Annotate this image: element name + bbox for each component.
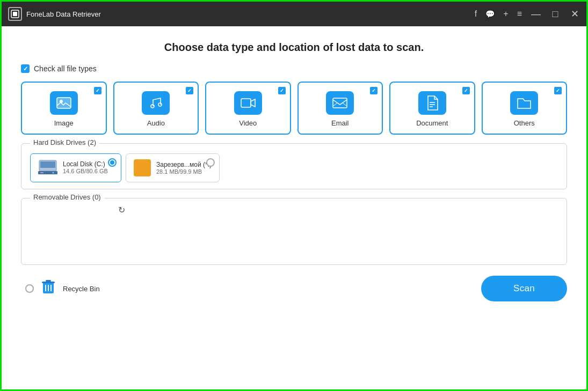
removable-title-row: Removable Drives (0) ↻ — [30, 205, 558, 215]
video-checkbox[interactable] — [278, 87, 286, 94]
svg-point-5 — [151, 105, 154, 108]
drive-reserved-name: Зарезерв...мой (*:) — [156, 161, 212, 168]
check-all-checkbox[interactable] — [21, 64, 30, 73]
video-label: Video — [239, 119, 257, 127]
svg-rect-13 — [40, 161, 55, 168]
svg-rect-2 — [57, 98, 71, 108]
drive-local-c[interactable]: Local Disk (C:) 14.6 GB/80.6 GB — [30, 153, 121, 182]
drive-reserved-radio[interactable] — [206, 158, 215, 167]
drive-local-c-radio[interactable] — [108, 158, 117, 167]
minimize-button[interactable]: — — [531, 9, 541, 20]
drive-local-c-name: Local Disk (C:) — [63, 160, 108, 168]
file-type-audio[interactable]: Audio — [113, 82, 199, 135]
app-title: FoneLab Data Retriever — [26, 10, 101, 18]
audio-label: Audio — [147, 119, 165, 127]
removable-title: Removable Drives (0) — [30, 193, 104, 201]
local-disk-icon — [38, 159, 57, 175]
recycle-bin-icon — [41, 279, 55, 298]
document-checkbox[interactable] — [462, 87, 470, 94]
scan-button[interactable]: Scan — [481, 276, 567, 301]
drive-local-c-size: 14.6 GB/80.6 GB — [63, 168, 108, 174]
others-label: Others — [514, 119, 535, 127]
svg-point-16 — [53, 172, 54, 174]
image-icon — [50, 91, 78, 115]
file-type-video[interactable]: Video — [205, 82, 291, 135]
email-icon — [326, 91, 354, 115]
removable-content — [30, 215, 558, 258]
image-checkbox[interactable] — [94, 87, 101, 94]
title-bar: FoneLab Data Retriever f 💬 + ≡ — □ ✕ — [2, 2, 586, 26]
chat-icon[interactable]: 💬 — [485, 10, 495, 18]
removable-section: Removable Drives (0) ↻ — [21, 198, 567, 265]
file-types-row: Image Audio — [21, 82, 567, 135]
email-label: Email — [331, 119, 349, 127]
others-checkbox[interactable] — [554, 87, 562, 94]
file-type-image[interactable]: Image — [21, 82, 107, 135]
image-label: Image — [54, 119, 74, 127]
bottom-row: Recycle Bin Scan — [21, 276, 567, 301]
recycle-bin-radio[interactable] — [25, 284, 34, 293]
maximize-button[interactable]: □ — [550, 9, 561, 20]
check-all-row: Check all file types — [21, 64, 567, 73]
page-title: Choose data type and location of lost da… — [21, 41, 567, 54]
drive-local-c-info: Local Disk (C:) 14.6 GB/80.6 GB — [63, 160, 108, 174]
facebook-icon[interactable]: f — [475, 9, 477, 19]
reserved-icon — [134, 159, 151, 176]
add-icon[interactable]: + — [503, 9, 508, 19]
svg-rect-19 — [46, 280, 51, 282]
drive-reserved-info: Зарезерв...мой (*:) 28.1 MB/99.9 MB — [156, 161, 212, 175]
svg-rect-15 — [40, 172, 43, 173]
video-icon — [234, 91, 262, 115]
file-type-document[interactable]: Document — [389, 82, 475, 135]
email-checkbox[interactable] — [370, 87, 378, 94]
recycle-bin-section: Recycle Bin — [21, 277, 100, 300]
title-bar-right: f 💬 + ≡ — □ ✕ — [475, 8, 580, 20]
recycle-bin-label: Recycle Bin — [63, 285, 100, 293]
drive-local-c-content: Local Disk (C:) 14.6 GB/80.6 GB — [38, 159, 108, 175]
close-button[interactable]: ✕ — [569, 8, 580, 20]
file-type-others[interactable]: Others — [482, 82, 568, 135]
svg-point-6 — [158, 103, 162, 106]
drive-reserved-size: 28.1 MB/99.9 MB — [156, 168, 212, 175]
check-all-label: Check all file types — [34, 64, 97, 73]
svg-rect-18 — [42, 282, 55, 283]
hard-disk-section: Hard Disk Drives (2) — [21, 143, 567, 189]
refresh-icon[interactable]: ↻ — [118, 205, 125, 215]
hard-disk-title: Hard Disk Drives (2) — [30, 138, 99, 146]
drive-reserved-content: Зарезерв...мой (*:) 28.1 MB/99.9 MB — [134, 159, 212, 176]
document-icon — [418, 91, 446, 115]
svg-rect-8 — [333, 98, 347, 108]
others-icon — [510, 91, 538, 115]
app-icon — [8, 7, 22, 21]
file-type-email[interactable]: Email — [297, 82, 383, 135]
document-label: Document — [416, 119, 448, 127]
hamburger-icon[interactable]: ≡ — [517, 9, 522, 19]
svg-rect-1 — [13, 12, 17, 16]
audio-icon — [142, 91, 170, 115]
drives-row: Local Disk (C:) 14.6 GB/80.6 GB Зарезерв… — [30, 153, 558, 182]
drive-reserved[interactable]: Зарезерв...мой (*:) 28.1 MB/99.9 MB — [126, 153, 220, 182]
svg-rect-7 — [241, 99, 251, 107]
content-area: Choose data type and location of lost da… — [2, 26, 586, 389]
title-bar-left: FoneLab Data Retriever — [8, 7, 475, 21]
app-window: FoneLab Data Retriever f 💬 + ≡ — □ ✕ Cho… — [0, 0, 588, 391]
audio-checkbox[interactable] — [186, 87, 193, 94]
